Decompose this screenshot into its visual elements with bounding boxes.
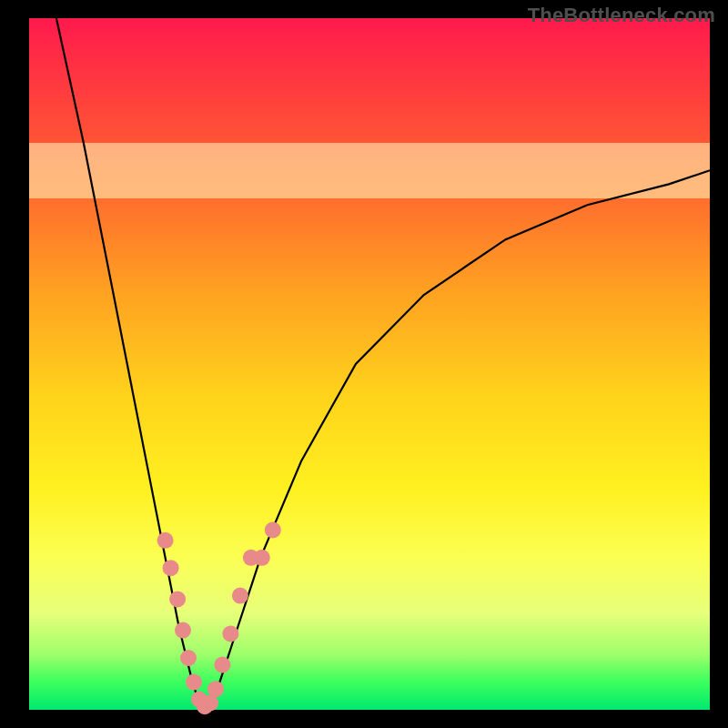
chart-svg <box>29 18 710 710</box>
marker-dot <box>175 622 191 639</box>
marker-dot <box>163 560 179 576</box>
marker-dot <box>254 550 270 566</box>
marker-dot <box>169 591 186 607</box>
outer-frame: TheBottleneck.com <box>0 0 728 728</box>
marker-dot <box>186 674 202 691</box>
marker-dot <box>207 681 224 697</box>
marker-dot <box>265 521 281 538</box>
marker-dot <box>180 650 197 666</box>
marker-dots-group <box>157 521 281 714</box>
plot-area <box>29 18 710 710</box>
marker-dot <box>157 532 174 549</box>
watermark-text: TheBottleneck.com <box>528 4 715 27</box>
marker-dot <box>232 588 248 604</box>
bottleneck-curve-path <box>56 18 710 710</box>
marker-dot <box>222 625 238 642</box>
marker-dot <box>214 657 230 673</box>
